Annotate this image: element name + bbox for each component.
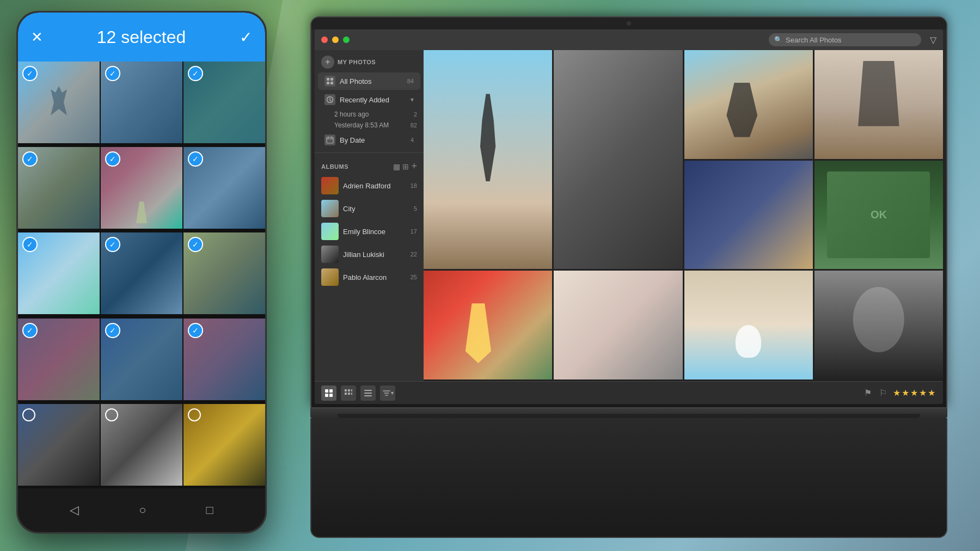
2hours-label: 2 hours ago <box>334 111 409 118</box>
laptop-screen: 🔍 Search All Photos ▽ + MY PHOTOS <box>315 29 943 404</box>
svg-rect-15 <box>345 393 347 395</box>
phone-screen: ✕ 12 selected ✓ ✓ <box>18 13 265 532</box>
photo-checkbox[interactable]: ✓ <box>22 151 38 167</box>
grid-view-button[interactable] <box>321 385 336 401</box>
photo-checkbox[interactable]: ✓ <box>22 66 38 81</box>
albums-section-header: ALBUMS ▦ ⊞ + <box>315 156 424 174</box>
phone-photo-grid[interactable]: ✓ ✓ ✓ ✓ <box>18 62 265 488</box>
phone-photo-item[interactable]: ✓ <box>101 232 182 314</box>
phone-photo-item[interactable]: ✓ <box>183 147 265 229</box>
photo-checkbox[interactable]: ✓ <box>188 323 203 338</box>
grid-photo-7[interactable] <box>684 271 813 379</box>
yesterday-label: Yesterday 8:53 AM <box>334 121 406 129</box>
phone-photo-item[interactable]: ✓ <box>101 147 182 229</box>
album-name-emily-blincoe: Emily Blincoe <box>343 228 406 236</box>
sidebar-subitem-2hours[interactable]: 2 hours ago 2 <box>315 109 424 120</box>
sidebar-subitem-yesterday[interactable]: Yesterday 8:53 AM 82 <box>315 120 424 131</box>
album-item-city[interactable]: City 5 <box>315 197 424 220</box>
grid-photo-4[interactable]: OK <box>814 161 943 270</box>
list-view-button[interactable] <box>360 385 376 401</box>
grid-photo-3[interactable] <box>684 161 813 270</box>
sidebar-divider <box>315 152 424 153</box>
filter-button[interactable]: ▽ <box>930 35 936 45</box>
album-count-pablo-alarcon: 25 <box>411 274 417 280</box>
phone-photo-item[interactable] <box>101 404 182 486</box>
grid-photo-right[interactable] <box>554 50 682 269</box>
laptop-device: 🔍 Search All Photos ▽ + MY PHOTOS <box>310 16 964 544</box>
phone-photo-item[interactable] <box>183 404 265 486</box>
add-album-button[interactable]: + <box>411 161 417 172</box>
phone-photo-item[interactable]: ✓ <box>18 319 100 400</box>
home-nav-button[interactable]: ○ <box>139 503 146 517</box>
album-thumb-jillian-lukiski <box>321 246 339 263</box>
grid-photo-2[interactable] <box>814 50 943 159</box>
phone-photo-item[interactable]: ✓ <box>183 232 265 314</box>
phone-photo-item[interactable]: ✓ <box>18 62 100 143</box>
yesterday-count: 82 <box>411 122 417 128</box>
photos-main-grid: OK <box>424 50 943 381</box>
album-thumb-emily-blincoe <box>321 223 339 240</box>
app-content: + MY PHOTOS All Ph <box>315 50 943 381</box>
recently-added-toggle[interactable]: ▾ <box>411 96 414 103</box>
albums-grid-view-button[interactable]: ⊞ <box>402 162 409 171</box>
star-rating[interactable]: ★★★★★ <box>893 388 936 398</box>
all-photos-icon <box>324 76 335 87</box>
search-bar[interactable]: 🔍 Search All Photos <box>769 33 921 46</box>
album-item-emily-blincoe[interactable]: Emily Blincoe 17 <box>315 220 424 243</box>
svg-rect-16 <box>348 393 350 395</box>
photo-checkbox[interactable]: ✓ <box>188 66 203 81</box>
albums-list-view-button[interactable]: ▦ <box>393 162 400 171</box>
grid-photo-5[interactable] <box>424 271 552 379</box>
photo-checkbox[interactable]: ✓ <box>22 323 38 338</box>
phone-device: ✕ 12 selected ✓ ✓ <box>16 11 278 539</box>
flag2-button[interactable]: ⚐ <box>879 388 887 398</box>
recents-nav-button[interactable]: □ <box>206 503 213 517</box>
photo-checkbox[interactable]: ✓ <box>105 323 120 338</box>
flag-button[interactable]: ⚑ <box>864 388 872 398</box>
add-photos-button[interactable]: + <box>321 56 334 69</box>
sidebar-item-all-photos[interactable]: All Photos 84 <box>318 72 420 90</box>
selection-count-label: 12 selected <box>43 27 240 47</box>
album-item-jillian-lukiski[interactable]: Jillian Lukiski 22 <box>315 243 424 266</box>
album-thumb-city <box>321 200 339 217</box>
all-photos-label: All Photos <box>340 77 403 85</box>
album-item-adrien-radford[interactable]: Adrien Radford 18 <box>315 174 424 197</box>
sidebar-item-recently-added[interactable]: Recently Added ▾ <box>318 91 420 108</box>
svg-rect-17 <box>351 389 352 391</box>
title-bar: 🔍 Search All Photos ▽ <box>315 29 943 50</box>
phone-navigation: ◁ ○ □ <box>18 488 265 532</box>
svg-rect-20 <box>364 393 372 394</box>
maximize-traffic-light[interactable] <box>343 36 350 43</box>
svg-rect-0 <box>327 78 329 81</box>
phone-photo-item[interactable] <box>18 404 100 486</box>
sidebar-item-by-date[interactable]: By Date 4 <box>318 131 420 149</box>
back-nav-button[interactable]: ◁ <box>70 503 79 517</box>
laptop-camera <box>627 21 631 26</box>
grid-photo-6[interactable] <box>554 271 682 379</box>
album-name-adrien-radford: Adrien Radford <box>343 182 406 190</box>
photo-checkbox[interactable]: ✓ <box>188 151 203 167</box>
2hours-count: 2 <box>414 111 417 118</box>
photo-checkbox[interactable]: ✓ <box>105 151 120 167</box>
album-count-adrien-radford: 18 <box>411 182 417 189</box>
phone-photo-item[interactable]: ✓ <box>101 319 182 400</box>
phone-photo-item[interactable]: ✓ <box>18 147 100 229</box>
phone-photo-item[interactable]: ✓ <box>18 232 100 314</box>
album-item-pablo-alarcon[interactable]: Pablo Alarcon 25 <box>315 266 424 289</box>
phone-photo-item[interactable]: ✓ <box>183 62 265 143</box>
grid-photo-8[interactable] <box>814 271 943 379</box>
close-button[interactable]: ✕ <box>31 29 43 46</box>
grid-photo-wide[interactable] <box>424 50 552 269</box>
grid-photo-1[interactable] <box>684 50 813 159</box>
album-name-pablo-alarcon: Pablo Alarcon <box>343 273 406 281</box>
compact-view-button[interactable] <box>341 385 356 401</box>
phone-photo-item[interactable]: ✓ <box>101 62 182 143</box>
svg-rect-19 <box>364 390 372 391</box>
photo-checkbox[interactable]: ✓ <box>105 66 120 81</box>
sort-button[interactable]: ▾ <box>380 385 395 401</box>
minimize-traffic-light[interactable] <box>332 36 339 43</box>
album-thumb-adrien-radford <box>321 177 339 194</box>
confirm-button[interactable]: ✓ <box>240 28 252 46</box>
phone-photo-item[interactable]: ✓ <box>183 319 265 400</box>
close-traffic-light[interactable] <box>321 36 328 43</box>
